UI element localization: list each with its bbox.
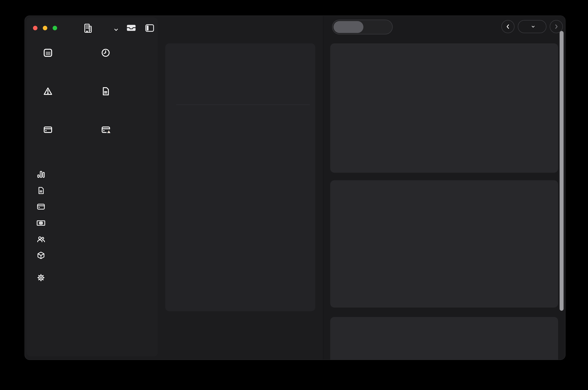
document-icon [101, 87, 110, 96]
tile-sales-overdue[interactable] [38, 82, 92, 117]
legend-dot-netto [339, 62, 342, 66]
dashboard-card [165, 43, 315, 311]
receivables-row [176, 63, 310, 72]
clock-icon [101, 48, 110, 57]
tile-costs-this-month[interactable] [38, 120, 92, 156]
sidebar-item-ustawienia[interactable] [32, 270, 156, 285]
tile-costs-unpaid[interactable] [95, 120, 151, 156]
sidebar-toggle-icon [145, 24, 154, 32]
credit-card-icon [36, 202, 46, 211]
zoom-window-button[interactable] [53, 26, 57, 30]
income-costs-chart [348, 210, 552, 273]
warning-icon [43, 87, 53, 96]
year-dropdown[interactable] [518, 20, 546, 33]
sidebar-item-sprzedaz[interactable] [32, 183, 156, 198]
receivables-row [176, 82, 310, 91]
receivables-row [176, 72, 310, 82]
chart-legend [339, 199, 358, 203]
chevron-down-icon[interactable] [113, 27, 119, 33]
sidebar-item-kontrahenci[interactable] [32, 232, 156, 247]
sidebar-item-platnosci[interactable] [32, 215, 156, 231]
income-costs-card [330, 180, 558, 307]
tile-sales-drafts[interactable] [95, 82, 151, 117]
legend-item [339, 199, 344, 203]
credit-card-icon [43, 125, 53, 134]
unpaid-list [176, 122, 310, 310]
top-contractors-card [330, 317, 558, 360]
legend-item [353, 199, 358, 203]
sidebar-item-pulpit[interactable] [32, 167, 156, 182]
chart-bars-icon [36, 170, 46, 179]
segment-year[interactable] [362, 20, 392, 34]
chevron-right-icon [553, 24, 559, 30]
legend-dot-income [339, 199, 342, 203]
document-icon [36, 186, 46, 195]
legend-dot-expense [353, 199, 356, 203]
sidebar-item-koszty[interactable] [32, 199, 156, 214]
monthly-sales-chart [348, 74, 552, 137]
chevron-left-icon [505, 24, 511, 30]
minimize-window-button[interactable] [43, 26, 47, 30]
period-segmented-control [332, 20, 393, 34]
calendar-icon [43, 48, 53, 57]
building-icon [83, 23, 93, 33]
box-icon [36, 251, 46, 260]
vertical-scrollbar[interactable] [560, 31, 564, 311]
receivables-row [176, 91, 310, 101]
tile-sales-this-month[interactable] [38, 43, 92, 79]
divider [176, 104, 310, 105]
toggle-sidebar-button[interactable] [145, 24, 154, 33]
legend-item [339, 62, 344, 66]
archive-tray-button[interactable] [127, 24, 136, 33]
monthly-sales-card [330, 43, 558, 173]
gear-icon [36, 273, 46, 282]
chart-legend [339, 62, 358, 66]
chevron-down-icon [531, 24, 535, 29]
people-icon [36, 235, 46, 244]
segment-month[interactable] [332, 20, 362, 34]
banknote-icon [36, 219, 46, 228]
legend-item [353, 62, 358, 66]
legend-dot-vat [353, 62, 356, 66]
tile-sales-unpaid[interactable] [95, 43, 151, 79]
close-window-button[interactable] [33, 26, 38, 30]
sidebar-item-produkty[interactable] [32, 248, 156, 263]
sidebar-panel [26, 17, 158, 356]
prev-year-button[interactable] [501, 20, 515, 33]
card-alert-icon [101, 125, 111, 134]
app-window [25, 16, 565, 360]
tray-icon [127, 24, 136, 32]
